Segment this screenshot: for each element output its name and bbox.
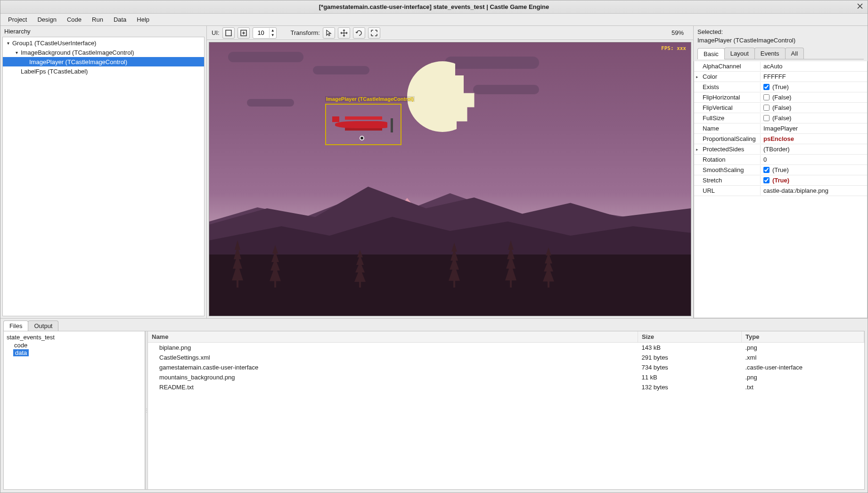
property-checkbox[interactable] (763, 177, 770, 183)
titlebar: [*gamestatemain.castle-user-interface] s… (0, 0, 868, 14)
selection-box[interactable]: ImagePlayer (TCastleImageControl) (325, 104, 401, 145)
ui-rect-button[interactable] (222, 27, 235, 39)
property-grid[interactable]: AlphaChannelacAuto▸ColorFFFFFFExists(Tru… (694, 61, 868, 318)
menu-run[interactable]: Run (87, 15, 108, 25)
property-row[interactable]: Stretch(True) (694, 175, 867, 186)
inspector-tab-layout[interactable]: Layout (724, 48, 755, 59)
snap-up[interactable]: ▲ (270, 28, 276, 33)
file-row[interactable]: gamestatemain.castle-user-interface734 b… (148, 362, 864, 372)
svg-rect-0 (226, 30, 231, 36)
tree-twisty-icon[interactable]: ▾ (5, 41, 11, 46)
menu-data[interactable]: Data (109, 15, 131, 25)
inspector-tab-all[interactable]: All (785, 48, 804, 59)
hierarchy-tree[interactable]: ▾Group1 (TCastleUserInterface)▾ImageBack… (2, 37, 205, 316)
file-type: .castle-user-interface (742, 362, 864, 372)
property-row[interactable]: ▸ProtectedSides(TBorder) (694, 144, 867, 155)
property-row[interactable]: ▸ColorFFFFFF (694, 72, 867, 82)
property-key: ProportionalScaling (694, 134, 760, 143)
file-name: mountains_background.png (148, 372, 638, 382)
zoom-display: 59% (671, 29, 688, 36)
menu-design[interactable]: Design (33, 15, 61, 25)
file-name: biplane.png (148, 343, 638, 353)
hierarchy-node[interactable]: ▾ImageBackground (TCastleImageControl) (3, 48, 204, 57)
menu-project[interactable]: Project (3, 15, 32, 25)
property-key: ▸ProtectedSides (694, 145, 760, 154)
property-row[interactable]: URLcastle-data:/biplane.png (694, 186, 867, 196)
property-value[interactable]: castle-data:/biplane.png (760, 186, 867, 195)
file-column-type[interactable]: Type (742, 331, 864, 343)
file-list[interactable]: NameSizeType biplane.png143 kB.pngCastle… (148, 331, 864, 489)
property-row[interactable]: FlipHorizontal(False) (694, 92, 867, 103)
snap-spinner[interactable]: ▲▼ (253, 27, 277, 39)
file-column-name[interactable]: Name (148, 331, 638, 343)
property-row[interactable]: Exists(True) (694, 82, 867, 92)
rotate-tool-button[interactable] (353, 27, 365, 39)
property-row[interactable]: Rotation0 (694, 155, 867, 165)
property-row[interactable]: ProportionalScalingpsEnclose (694, 134, 867, 144)
property-row[interactable]: FlipVertical(False) (694, 103, 867, 113)
file-tree-node[interactable]: data (13, 349, 29, 356)
menu-code[interactable]: Code (62, 15, 86, 25)
inspector-tab-events[interactable]: Events (754, 48, 786, 59)
bottom-tab-files[interactable]: Files (3, 320, 28, 331)
file-size: 132 bytes (638, 382, 742, 392)
expand-icon[interactable]: ▸ (696, 147, 698, 152)
property-value[interactable]: (False) (760, 93, 867, 102)
property-value[interactable]: (False) (760, 103, 867, 112)
property-value[interactable]: ImagePlayer (760, 124, 867, 133)
inspector-tab-basic[interactable]: Basic (697, 48, 725, 59)
property-value[interactable]: (False) (760, 114, 867, 123)
hierarchy-panel: Hierarchy ▾Group1 (TCastleUserInterface)… (0, 26, 207, 318)
tree-twisty-icon[interactable]: ▾ (13, 50, 20, 55)
property-row[interactable]: AlphaChannelacAuto (694, 61, 867, 72)
property-value[interactable]: (True) (760, 165, 867, 174)
file-row[interactable]: README.txt132 bytes.txt (148, 382, 864, 392)
file-type: .xml (742, 353, 864, 362)
move-icon (340, 29, 348, 37)
file-row[interactable]: CastleSettings.xml291 bytes.xml (148, 353, 864, 362)
property-value[interactable]: 0 (760, 155, 867, 164)
move-tool-button[interactable] (338, 27, 350, 39)
file-tree-node[interactable]: code (13, 341, 143, 349)
property-value[interactable]: (TBorder) (760, 145, 867, 154)
scene-cloud (247, 99, 294, 107)
property-value[interactable]: acAuto (760, 62, 867, 71)
property-value[interactable]: psEnclose (760, 134, 867, 143)
design-viewport[interactable]: FPS: xxx ImagePlayer (TCastleImageContro… (209, 42, 691, 316)
expand-icon[interactable]: ▸ (696, 74, 698, 79)
property-checkbox[interactable] (763, 105, 770, 111)
hierarchy-node[interactable]: LabelFps (TCastleLabel) (3, 66, 204, 76)
bottom-tab-output[interactable]: Output (28, 320, 58, 331)
ui-add-button[interactable] (237, 27, 250, 39)
hierarchy-node[interactable]: ImagePlayer (TCastleImageControl) (3, 57, 204, 66)
scale-tool-button[interactable] (368, 27, 380, 39)
property-checkbox[interactable] (763, 84, 770, 90)
property-key: FullSize (694, 114, 760, 123)
menu-help[interactable]: Help (132, 15, 154, 25)
snap-down[interactable]: ▼ (270, 33, 276, 38)
snap-input[interactable] (253, 29, 269, 36)
property-checkbox[interactable] (763, 167, 770, 173)
select-tool-button[interactable] (323, 27, 335, 39)
file-type: .png (742, 372, 864, 382)
scene-foreground (209, 255, 691, 316)
rectangle-icon (225, 29, 232, 37)
property-row[interactable]: FullSize(False) (694, 113, 867, 123)
property-row[interactable]: NameImagePlayer (694, 123, 867, 134)
property-checkbox[interactable] (763, 94, 770, 100)
file-column-size[interactable]: Size (638, 331, 742, 343)
hierarchy-node[interactable]: ▾Group1 (TCastleUserInterface) (3, 38, 204, 48)
window-close-button[interactable] (855, 1, 865, 11)
file-size: 734 bytes (638, 362, 742, 372)
file-tree[interactable]: state_events_testcodedata (4, 331, 145, 489)
property-value[interactable]: FFFFFF (760, 72, 867, 81)
file-row[interactable]: biplane.png143 kB.png (148, 343, 864, 353)
file-row[interactable]: mountains_background.png11 kB.png (148, 372, 864, 382)
property-value[interactable]: (True) (760, 82, 867, 91)
property-value[interactable]: (True) (760, 176, 867, 185)
property-checkbox[interactable] (763, 115, 770, 121)
property-row[interactable]: SmoothScaling(True) (694, 165, 867, 175)
file-name: README.txt (148, 382, 638, 392)
bottom-panel: FilesOutput state_events_testcodedata Na… (0, 318, 868, 493)
file-tree-node[interactable]: state_events_test (6, 333, 143, 341)
